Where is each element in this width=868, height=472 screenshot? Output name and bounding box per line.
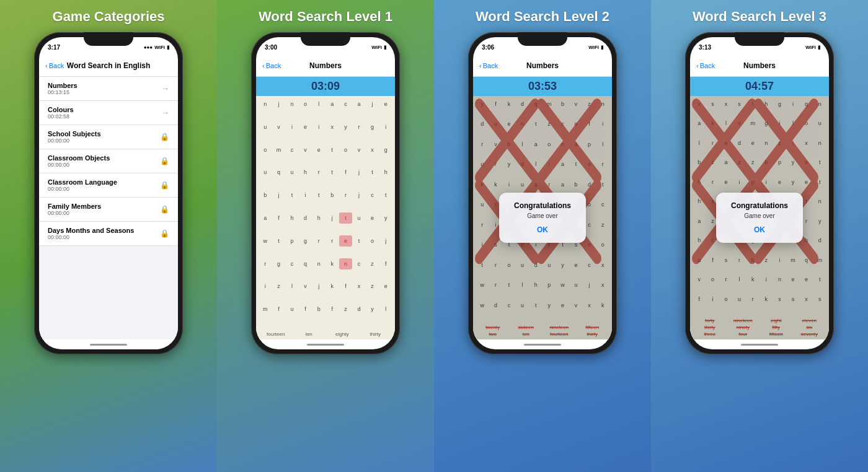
grid-cell[interactable]: t [326,144,339,155]
grid-cell[interactable]: z [366,258,379,269]
grid-cell[interactable]: z [339,304,353,315]
grid-cell[interactable]: c [352,258,366,269]
grid-cell[interactable]: m [259,304,272,315]
grid-cell[interactable]: q [272,167,286,178]
grid-cell[interactable]: o [259,144,272,155]
dialog-ok-3[interactable]: OK [512,225,574,234]
grid-cell[interactable]: t [326,167,339,178]
grid-cell[interactable]: g [299,235,312,247]
grid-cell[interactable]: f [299,304,312,315]
grid-cell[interactable]: j [352,190,366,201]
grid-cell[interactable]: k [326,258,339,269]
grid-cell[interactable]: y [366,304,379,315]
grid-cell[interactable]: v [272,121,286,133]
category-numbers[interactable]: Numbers 00:13:15 → [39,77,178,101]
grid-cell[interactable]: r [312,167,326,178]
grid-cell[interactable]: f [339,281,353,292]
grid-cell[interactable]: j [379,235,392,247]
grid-cell[interactable]: v [299,144,312,155]
grid-cell[interactable]: z [366,281,379,292]
category-colours[interactable]: Colours 00:02:58 → [39,101,178,125]
grid-cell[interactable]: v [299,281,312,292]
grid-cell[interactable]: x [326,121,339,133]
grid-cell[interactable]: t [272,235,286,247]
grid-cell[interactable]: b [326,190,339,201]
grid-cell[interactable]: u [285,167,299,178]
grid-cell[interactable]: n [259,98,272,110]
grid-cell[interactable]: d [299,212,312,224]
grid-cell[interactable]: t [352,235,366,247]
grid-cell[interactable]: f [272,212,286,224]
grid-cell[interactable]: i [285,121,299,133]
grid-cell[interactable]: e [379,281,392,292]
back-button-3[interactable]: ‹ Back [479,62,498,69]
grid-cell[interactable]: p [285,235,299,247]
grid-cell[interactable]: o [299,98,312,110]
grid-cell[interactable]: i [299,190,312,201]
grid-cell[interactable]: r [352,121,366,133]
grid-cell[interactable]: n [285,98,299,110]
grid-cell[interactable]: t [339,212,353,224]
grid-cell[interactable]: u [285,304,299,315]
grid-cell[interactable]: t [366,167,379,178]
grid-cell[interactable]: h [285,212,299,224]
grid-cell[interactable]: u [259,121,272,133]
grid-cell[interactable]: i [312,121,326,133]
grid-cell[interactable]: f [326,304,339,315]
grid-cell[interactable]: c [339,98,353,110]
grid-cell[interactable]: o [339,144,353,155]
grid-cell[interactable]: y [339,121,353,133]
grid-cell[interactable]: q [299,258,312,269]
grid-cell[interactable]: e [312,144,326,155]
grid-cell[interactable]: x [352,281,366,292]
grid-cell[interactable]: k [326,281,339,292]
grid-cell[interactable]: r [259,258,272,269]
grid-cell[interactable]: t [285,190,299,201]
grid-cell[interactable]: e [379,98,392,110]
back-button-4[interactable]: ‹ Back [696,62,715,69]
grid-cell[interactable]: c [366,190,379,201]
grid-cell[interactable]: j [326,212,339,224]
grid-cell[interactable]: a [259,212,272,224]
grid-cell[interactable]: b [259,190,272,201]
grid-cell[interactable]: v [352,144,366,155]
grid-cell[interactable]: e [366,212,379,224]
grid-cell[interactable]: r [312,235,326,247]
grid-cell[interactable]: c [285,258,299,269]
grid-cell[interactable]: u [259,167,272,178]
grid-cell[interactable]: e [339,235,353,247]
grid-cell[interactable]: f [339,167,353,178]
grid-cell[interactable]: m [272,144,286,155]
grid-cell[interactable]: o [366,235,379,247]
grid-cell[interactable]: j [352,167,366,178]
grid-cell[interactable]: a [352,98,366,110]
grid-cell[interactable]: l [312,98,326,110]
grid-cell[interactable]: x [366,144,379,155]
grid-cell[interactable]: l [285,281,299,292]
grid-cell[interactable]: l [379,304,392,315]
grid-cell[interactable]: w [259,235,272,247]
back-button-2[interactable]: ‹ Back [262,62,281,69]
grid-cell[interactable]: j [312,281,326,292]
grid-cell[interactable]: r [326,235,339,247]
grid-cell[interactable]: a [326,98,339,110]
grid-cell[interactable]: h [312,212,326,224]
grid-cell[interactable]: u [352,212,366,224]
grid-cell[interactable]: j [272,98,286,110]
grid-cell[interactable]: c [285,144,299,155]
grid-cell[interactable]: y [379,212,392,224]
dialog-ok-4[interactable]: OK [728,225,790,234]
grid-cell[interactable]: i [379,121,392,133]
grid-cell[interactable]: i [259,281,272,292]
grid-cell[interactable]: f [272,304,286,315]
grid-cell[interactable]: h [299,167,312,178]
grid-cell[interactable]: t [379,190,392,201]
grid-cell[interactable]: h [379,167,392,178]
grid-cell[interactable]: g [366,121,379,133]
grid-cell[interactable]: f [379,258,392,269]
grid-cell[interactable]: z [272,281,286,292]
grid-cell[interactable]: j [366,98,379,110]
grid-cell[interactable]: g [379,144,392,155]
grid-cell[interactable]: r [339,190,353,201]
grid-cell[interactable]: b [312,304,326,315]
